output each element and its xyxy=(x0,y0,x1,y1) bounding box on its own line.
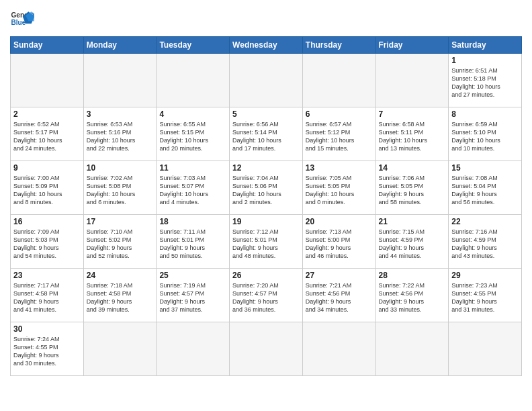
day-info: Sunrise: 6:55 AM Sunset: 5:15 PM Dayligh… xyxy=(159,120,226,153)
weekday-tuesday: Tuesday xyxy=(157,37,230,54)
weekday-thursday: Thursday xyxy=(302,37,375,54)
day-info: Sunrise: 6:52 AM Sunset: 5:17 PM Dayligh… xyxy=(13,120,81,153)
day-number: 21 xyxy=(379,217,446,226)
day-number: 28 xyxy=(379,271,446,280)
day-info: Sunrise: 7:18 AM Sunset: 4:58 PM Dayligh… xyxy=(87,281,154,314)
calendar-cell: 29Sunrise: 7:23 AM Sunset: 4:55 PM Dayli… xyxy=(449,269,522,322)
day-info: Sunrise: 7:15 AM Sunset: 4:59 PM Dayligh… xyxy=(379,228,446,261)
day-info: Sunrise: 7:21 AM Sunset: 4:56 PM Dayligh… xyxy=(306,281,373,314)
calendar-cell: 9Sunrise: 7:00 AM Sunset: 5:09 PM Daylig… xyxy=(11,161,84,215)
calendar-cell: 30Sunrise: 7:24 AM Sunset: 4:55 PM Dayli… xyxy=(11,322,84,376)
calendar-cell xyxy=(302,54,375,107)
day-number: 7 xyxy=(379,109,446,119)
day-number: 10 xyxy=(87,163,154,173)
weekday-friday: Friday xyxy=(375,37,449,54)
day-number: 23 xyxy=(13,271,81,280)
day-number: 20 xyxy=(306,217,373,226)
calendar-cell: 28Sunrise: 7:22 AM Sunset: 4:56 PM Dayli… xyxy=(375,269,449,322)
calendar-cell: 24Sunrise: 7:18 AM Sunset: 4:58 PM Dayli… xyxy=(83,269,157,322)
week-row-5: 30Sunrise: 7:24 AM Sunset: 4:55 PM Dayli… xyxy=(11,322,522,376)
day-info: Sunrise: 7:20 AM Sunset: 4:57 PM Dayligh… xyxy=(232,281,300,314)
calendar-cell: 7Sunrise: 6:58 AM Sunset: 5:11 PM Daylig… xyxy=(375,107,449,161)
calendar-cell xyxy=(83,54,157,107)
calendar-cell: 3Sunrise: 6:53 AM Sunset: 5:16 PM Daylig… xyxy=(83,107,157,161)
week-row-2: 9Sunrise: 7:00 AM Sunset: 5:09 PM Daylig… xyxy=(11,161,522,215)
week-row-1: 2Sunrise: 6:52 AM Sunset: 5:17 PM Daylig… xyxy=(11,107,522,161)
calendar-cell: 27Sunrise: 7:21 AM Sunset: 4:56 PM Dayli… xyxy=(302,269,375,322)
calendar-cell xyxy=(11,54,84,107)
day-info: Sunrise: 7:06 AM Sunset: 5:05 PM Dayligh… xyxy=(379,174,446,207)
day-info: Sunrise: 7:00 AM Sunset: 5:09 PM Dayligh… xyxy=(13,174,81,207)
day-number: 24 xyxy=(87,271,154,280)
calendar-cell xyxy=(375,54,449,107)
day-number: 8 xyxy=(451,109,519,119)
day-number: 18 xyxy=(159,217,226,226)
day-info: Sunrise: 6:58 AM Sunset: 5:11 PM Dayligh… xyxy=(379,120,446,153)
header: General Blue xyxy=(10,7,522,31)
day-info: Sunrise: 7:13 AM Sunset: 5:00 PM Dayligh… xyxy=(306,228,373,261)
calendar-cell: 21Sunrise: 7:15 AM Sunset: 4:59 PM Dayli… xyxy=(375,215,449,269)
day-info: Sunrise: 7:08 AM Sunset: 5:04 PM Dayligh… xyxy=(451,174,519,207)
day-number: 16 xyxy=(13,217,81,226)
calendar-cell xyxy=(375,322,449,376)
day-info: Sunrise: 7:17 AM Sunset: 4:58 PM Dayligh… xyxy=(13,281,81,314)
day-number: 6 xyxy=(306,109,373,119)
calendar-cell xyxy=(449,322,522,376)
week-row-4: 23Sunrise: 7:17 AM Sunset: 4:58 PM Dayli… xyxy=(11,269,522,322)
day-info: Sunrise: 7:10 AM Sunset: 5:02 PM Dayligh… xyxy=(87,228,154,261)
day-info: Sunrise: 6:59 AM Sunset: 5:10 PM Dayligh… xyxy=(451,120,519,153)
calendar-cell: 23Sunrise: 7:17 AM Sunset: 4:58 PM Dayli… xyxy=(11,269,84,322)
calendar-cell xyxy=(230,322,303,376)
day-number: 14 xyxy=(379,163,446,173)
calendar-cell: 25Sunrise: 7:19 AM Sunset: 4:57 PM Dayli… xyxy=(157,269,230,322)
week-row-0: 1Sunrise: 6:51 AM Sunset: 5:18 PM Daylig… xyxy=(11,54,522,107)
weekday-wednesday: Wednesday xyxy=(230,37,303,54)
day-number: 9 xyxy=(13,163,81,173)
day-info: Sunrise: 6:57 AM Sunset: 5:12 PM Dayligh… xyxy=(306,120,373,153)
calendar-cell: 12Sunrise: 7:04 AM Sunset: 5:06 PM Dayli… xyxy=(230,161,303,215)
day-number: 12 xyxy=(232,163,300,173)
day-number: 5 xyxy=(232,109,300,119)
calendar-cell: 16Sunrise: 7:09 AM Sunset: 5:03 PM Dayli… xyxy=(11,215,84,269)
day-number: 1 xyxy=(451,56,519,65)
day-info: Sunrise: 7:03 AM Sunset: 5:07 PM Dayligh… xyxy=(159,174,226,207)
day-number: 15 xyxy=(451,163,519,173)
day-info: Sunrise: 7:16 AM Sunset: 4:59 PM Dayligh… xyxy=(451,228,519,261)
calendar-cell: 4Sunrise: 6:55 AM Sunset: 5:15 PM Daylig… xyxy=(157,107,230,161)
calendar: SundayMondayTuesdayWednesdayThursdayFrid… xyxy=(10,36,522,376)
calendar-cell: 19Sunrise: 7:12 AM Sunset: 5:01 PM Dayli… xyxy=(230,215,303,269)
day-info: Sunrise: 7:23 AM Sunset: 4:55 PM Dayligh… xyxy=(451,281,519,314)
day-info: Sunrise: 7:12 AM Sunset: 5:01 PM Dayligh… xyxy=(232,228,300,261)
day-info: Sunrise: 6:56 AM Sunset: 5:14 PM Dayligh… xyxy=(232,120,300,153)
calendar-cell: 5Sunrise: 6:56 AM Sunset: 5:14 PM Daylig… xyxy=(230,107,303,161)
day-number: 27 xyxy=(306,271,373,280)
calendar-cell xyxy=(302,322,375,376)
calendar-cell: 18Sunrise: 7:11 AM Sunset: 5:01 PM Dayli… xyxy=(157,215,230,269)
calendar-cell: 22Sunrise: 7:16 AM Sunset: 4:59 PM Dayli… xyxy=(449,215,522,269)
day-number: 30 xyxy=(13,324,81,334)
day-number: 11 xyxy=(159,163,226,173)
day-info: Sunrise: 7:04 AM Sunset: 5:06 PM Dayligh… xyxy=(232,174,300,207)
weekday-monday: Monday xyxy=(83,37,157,54)
calendar-cell xyxy=(157,322,230,376)
day-info: Sunrise: 7:24 AM Sunset: 4:55 PM Dayligh… xyxy=(13,335,81,368)
calendar-cell: 11Sunrise: 7:03 AM Sunset: 5:07 PM Dayli… xyxy=(157,161,230,215)
day-number: 29 xyxy=(451,271,519,280)
calendar-cell: 6Sunrise: 6:57 AM Sunset: 5:12 PM Daylig… xyxy=(302,107,375,161)
day-info: Sunrise: 7:05 AM Sunset: 5:05 PM Dayligh… xyxy=(306,174,373,207)
calendar-cell: 26Sunrise: 7:20 AM Sunset: 4:57 PM Dayli… xyxy=(230,269,303,322)
calendar-cell: 10Sunrise: 7:02 AM Sunset: 5:08 PM Dayli… xyxy=(83,161,157,215)
day-number: 25 xyxy=(159,271,226,280)
weekday-sunday: Sunday xyxy=(11,37,84,54)
weekday-saturday: Saturday xyxy=(449,37,522,54)
day-number: 22 xyxy=(451,217,519,226)
calendar-cell: 14Sunrise: 7:06 AM Sunset: 5:05 PM Dayli… xyxy=(375,161,449,215)
day-number: 2 xyxy=(13,109,81,119)
weekday-header-row: SundayMondayTuesdayWednesdayThursdayFrid… xyxy=(11,37,522,54)
calendar-cell: 17Sunrise: 7:10 AM Sunset: 5:02 PM Dayli… xyxy=(83,215,157,269)
logo-icon: General Blue xyxy=(10,7,34,31)
day-info: Sunrise: 7:09 AM Sunset: 5:03 PM Dayligh… xyxy=(13,228,81,261)
calendar-cell: 15Sunrise: 7:08 AM Sunset: 5:04 PM Dayli… xyxy=(449,161,522,215)
day-number: 4 xyxy=(159,109,226,119)
day-number: 26 xyxy=(232,271,300,280)
